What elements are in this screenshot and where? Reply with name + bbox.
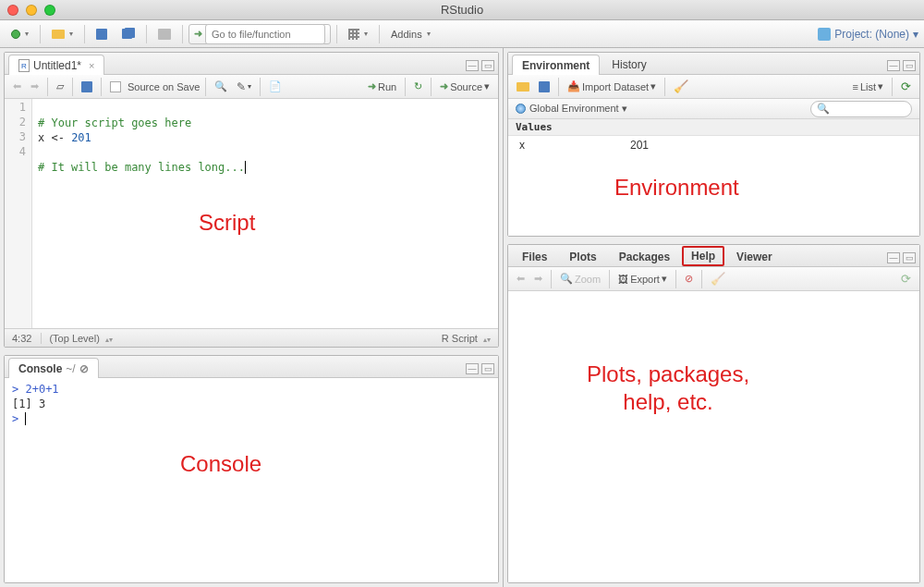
editor-statusbar: 4:32 (Top Level) ▴▾ R Script ▴▾: [5, 328, 498, 347]
disk-icon: [539, 81, 550, 92]
disks-icon: [122, 29, 135, 40]
code-line: x <- 201: [38, 131, 91, 144]
console-output: [1] 3: [12, 397, 491, 411]
show-in-new-window-button[interactable]: ▱: [54, 80, 67, 92]
clear-plots-button[interactable]: 🧹: [708, 272, 728, 286]
find-button[interactable]: 🔍: [212, 80, 230, 92]
tab-history[interactable]: History: [602, 54, 656, 74]
close-tab-icon[interactable]: ×: [89, 60, 94, 71]
globe-icon: [516, 104, 526, 114]
refresh-plots-button[interactable]: ⟳: [898, 272, 914, 286]
addins-button[interactable]: Addins ▾: [385, 24, 436, 44]
source-on-save-label: Source on Save: [128, 81, 200, 92]
run-button[interactable]: ➜ Run: [365, 80, 399, 92]
load-workspace-button[interactable]: [514, 82, 532, 92]
console-prompt: >: [12, 412, 25, 425]
rerun-button[interactable]: ↻: [411, 80, 425, 92]
code-line: # It will be many lines long...: [38, 161, 252, 174]
scope-selector[interactable]: (Top Level) ▴▾: [41, 333, 112, 344]
annotation-environment: Environment: [614, 175, 739, 201]
import-dataset-button[interactable]: 📥 Import Dataset▾: [565, 80, 659, 92]
project-icon: [818, 28, 831, 41]
script-pane: R Untitled1* × — ▭ ⬅ ➡ ▱ Source on Save: [4, 52, 499, 348]
code-tools-button[interactable]: ✎▾: [234, 80, 254, 93]
maximize-pane-icon[interactable]: ▭: [481, 363, 494, 374]
env-var-name: x: [519, 139, 630, 152]
minimize-pane-icon[interactable]: —: [887, 252, 900, 263]
plus-icon: [11, 30, 20, 39]
workspace-panes-button[interactable]: ▾: [343, 24, 373, 44]
save-all-button[interactable]: [116, 24, 140, 44]
script-tab-title: Untitled1*: [33, 59, 81, 72]
compile-report-button[interactable]: 📄: [266, 80, 285, 92]
folder-icon: [52, 30, 65, 39]
console-tab[interactable]: Console ~/ ⊘: [8, 358, 99, 378]
remove-plot-button[interactable]: ⊘: [682, 273, 696, 285]
annotation-console: Console: [180, 457, 261, 471]
open-file-button[interactable]: ▾: [46, 24, 79, 44]
save-script-button[interactable]: [79, 81, 95, 92]
tab-environment[interactable]: Environment: [512, 55, 600, 75]
plot-back-button[interactable]: ⬅: [514, 273, 528, 285]
annotation-script: Script: [199, 210, 255, 236]
maximize-pane-icon[interactable]: ▭: [903, 252, 916, 263]
project-label: Project: (None): [834, 28, 909, 41]
language-selector[interactable]: R Script ▴▾: [442, 333, 491, 344]
goto-input[interactable]: [205, 24, 325, 44]
minimize-pane-icon[interactable]: —: [466, 363, 479, 374]
env-section-header: Values: [508, 119, 919, 136]
console-input: 2+0+1: [25, 383, 58, 396]
disk-icon: [96, 29, 107, 40]
console-popout-icon[interactable]: ⊘: [79, 362, 89, 375]
export-button[interactable]: 🖼 Export▾: [615, 273, 670, 285]
refresh-button[interactable]: ⟳: [898, 79, 914, 93]
source-button[interactable]: ➜ Source▾: [437, 80, 492, 92]
maximize-pane-icon[interactable]: ▭: [903, 60, 916, 71]
tab-viewer[interactable]: Viewer: [726, 246, 782, 266]
folder-icon: [517, 82, 529, 92]
tab-packages[interactable]: Packages: [609, 246, 680, 266]
maximize-pane-icon[interactable]: ▭: [481, 60, 494, 71]
env-search-input[interactable]: 🔍: [810, 101, 912, 117]
environment-scope[interactable]: Global Environment ▾: [529, 103, 627, 115]
r-file-icon: R: [18, 59, 30, 72]
console-pane: Console ~/ ⊘ — ▭ > 2+0+1 [1] 3 > Console: [4, 355, 499, 583]
goto-file-function[interactable]: ➜: [188, 24, 331, 44]
env-var-value: 201: [630, 139, 649, 152]
minimize-pane-icon[interactable]: —: [887, 60, 900, 71]
zoom-button[interactable]: 🔍 Zoom: [557, 273, 603, 285]
addins-label: Addins: [391, 29, 422, 40]
tab-files[interactable]: Files: [512, 246, 557, 266]
checkbox-icon: [110, 81, 121, 92]
back-button[interactable]: ⬅: [10, 80, 24, 92]
project-menu[interactable]: Project: (None) ▾: [818, 28, 918, 41]
clear-workspace-button[interactable]: 🧹: [671, 79, 691, 93]
forward-button[interactable]: ➡: [28, 80, 42, 92]
tab-help[interactable]: Help: [682, 246, 724, 266]
annotation-plots: Plots, packages, help, etc.: [587, 361, 749, 416]
tab-plots[interactable]: Plots: [559, 246, 606, 266]
source-on-save-checkbox[interactable]: [107, 81, 124, 92]
plot-forward-button[interactable]: ➡: [531, 273, 545, 285]
source-icon: ➜: [440, 80, 448, 92]
disk-icon: [81, 81, 92, 92]
window-title: RStudio: [0, 3, 924, 17]
run-icon: ➜: [368, 80, 376, 92]
save-button[interactable]: [91, 24, 113, 44]
plots-pane: Files Plots Packages Help Viewer — ▭ ⬅ ➡…: [507, 244, 920, 583]
code-editor[interactable]: 1 2 3 4 # Your script goes here x <- 201…: [5, 99, 498, 328]
print-icon: [158, 29, 171, 40]
save-workspace-button[interactable]: [536, 81, 553, 92]
new-file-button[interactable]: ▾: [6, 24, 34, 44]
list-view-button[interactable]: ≡ List▾: [849, 80, 886, 92]
console-prompt: >: [12, 383, 25, 396]
arrow-right-icon: ➜: [194, 28, 202, 40]
script-tab[interactable]: R Untitled1* ×: [8, 55, 104, 75]
console-body[interactable]: > 2+0+1 [1] 3 > Console: [5, 378, 498, 582]
environment-pane: Environment History — ▭ 📥 Import Dataset…: [507, 52, 920, 237]
titlebar: RStudio: [0, 0, 924, 20]
main-toolbar: ▾ ▾ ➜ ▾ Addins ▾ Project: (None) ▾: [0, 20, 924, 48]
env-row[interactable]: x 201: [508, 136, 919, 154]
minimize-pane-icon[interactable]: —: [466, 60, 479, 71]
print-button[interactable]: [152, 24, 176, 44]
